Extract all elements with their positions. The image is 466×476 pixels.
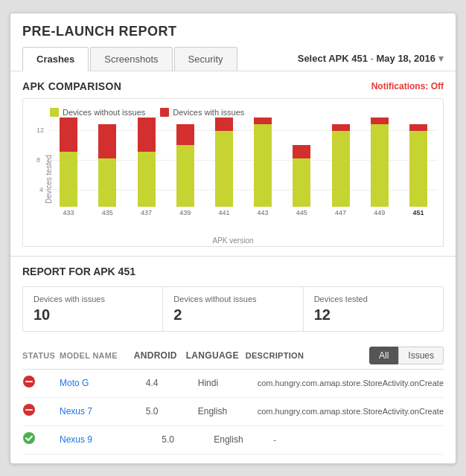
- bar-label: 445: [296, 209, 307, 216]
- tabs-row: Crashes Screenshots Security Select APK …: [10, 47, 456, 71]
- tab-crashes[interactable]: Crashes: [22, 47, 89, 71]
- stacked-bar: [138, 118, 156, 207]
- table-body: Moto G4.4Hindicom.hungry.com.amap.store.…: [22, 370, 444, 454]
- notifications-label: Notifications:: [371, 81, 429, 91]
- metric-issues-value: 10: [33, 306, 152, 324]
- bar-segment-no-issues: [332, 131, 350, 207]
- android-version: 5.0: [146, 406, 198, 416]
- bar-group: 439: [167, 124, 204, 216]
- language: Hindi: [198, 378, 258, 388]
- bar-segment-issues: [60, 118, 77, 152]
- description: -: [273, 435, 444, 444]
- bar-label: 447: [335, 209, 346, 216]
- bar-segment-no-issues: [371, 124, 389, 207]
- bar-group: 449: [361, 118, 398, 216]
- col-header-model: MODEL NAME: [60, 351, 134, 360]
- svg-rect-1: [25, 381, 33, 382]
- y-tick-4: 4: [39, 187, 43, 193]
- chart-legend: Devices without issues Devices with issu…: [50, 108, 437, 117]
- filter-issues-button[interactable]: Issues: [398, 347, 444, 364]
- stacked-bar: [98, 124, 116, 207]
- filter-buttons: All Issues: [369, 347, 444, 364]
- bar-label: 443: [258, 209, 269, 216]
- bar-group: 445: [283, 145, 320, 216]
- bar-label: 433: [63, 209, 74, 216]
- notifications-status: Notifications: Off: [371, 81, 444, 91]
- bar-segment-issues: [176, 124, 194, 145]
- legend-no-issues: Devices without issues: [50, 108, 145, 117]
- bar-segment-no-issues: [176, 145, 194, 207]
- bar-group: 451: [400, 124, 437, 216]
- main-card: PRE-LAUNCH REPORT Crashes Screenshots Se…: [10, 13, 456, 464]
- svg-point-4: [23, 432, 35, 444]
- language: English: [214, 434, 273, 445]
- table-row: Moto G4.4Hindicom.hungry.com.amap.store.…: [22, 370, 444, 398]
- apk-comparison-section: APK COMPARISON Notifications: Off Device…: [10, 71, 456, 256]
- bar-label: 441: [218, 209, 229, 216]
- bar-segment-no-issues: [215, 131, 233, 207]
- table-header: STATUS MODEL NAME ANDROID LANGUAGE DESCR…: [22, 342, 444, 370]
- model-name[interactable]: Nexus 9: [60, 434, 162, 445]
- bar-group: 435: [89, 124, 126, 216]
- metric-tested-label: Devices tested: [314, 295, 433, 303]
- col-header-desc: DESCRIPTION: [246, 351, 369, 360]
- bar-segment-no-issues: [138, 152, 156, 207]
- legend-label-no-issues: Devices without issues: [63, 108, 145, 117]
- status-icon: [22, 431, 60, 448]
- table-row: Nexus 75.0Englishcom.hungry.com.amap.sto…: [22, 398, 444, 426]
- stacked-bar: [293, 145, 310, 207]
- bar-segment-no-issues: [254, 124, 272, 207]
- status-icon: [22, 375, 60, 392]
- legend-label-with-issues: Devices with issues: [173, 108, 244, 117]
- report-section: REPORT FOR APK 451 Devices with issues 1…: [10, 257, 456, 463]
- metric-tested: Devices tested 12: [304, 287, 443, 331]
- stacked-bar: [332, 124, 350, 207]
- bar-segment-issues: [409, 124, 427, 131]
- bar-segment-issues: [254, 118, 272, 124]
- metric-no-issues-value: 2: [173, 306, 292, 324]
- chevron-down-icon: ▾: [438, 53, 444, 64]
- apk-selector[interactable]: Select APK 451 - May 18, 2016▾: [298, 53, 444, 64]
- bar-label: 439: [179, 209, 191, 216]
- bar-label: 451: [412, 209, 424, 216]
- section-header: APK COMPARISON Notifications: Off: [22, 80, 444, 92]
- report-title: REPORT FOR APK 451: [22, 266, 444, 277]
- metric-issues-label: Devices with issues: [33, 295, 152, 303]
- bar-segment-no-issues: [409, 131, 427, 207]
- bar-segment-issues: [293, 145, 310, 158]
- language: English: [198, 406, 258, 416]
- bar-segment-no-issues: [293, 158, 310, 207]
- y-tick-8: 8: [36, 157, 40, 164]
- filter-all-button[interactable]: All: [369, 347, 398, 364]
- apk-select-label: Select APK: [298, 53, 352, 64]
- bar-segment-issues: [371, 118, 389, 124]
- bar-chart: 433435437439441443445447449451: [50, 127, 437, 216]
- stacked-bar: [215, 118, 233, 207]
- apk-select-value: 451: [351, 53, 368, 64]
- bar-group: 443: [244, 118, 281, 216]
- bar-segment-issues: [215, 118, 233, 131]
- description: com.hungry.com.amap.store.StoreActivity.…: [258, 407, 444, 416]
- col-header-status: STATUS: [22, 351, 60, 360]
- bar-label: 449: [374, 209, 385, 216]
- col-header-android: ANDROID: [134, 350, 186, 361]
- chart-area: Devices without issues Devices with issu…: [22, 98, 444, 247]
- tabs-container: Crashes Screenshots Security: [22, 47, 239, 71]
- metric-tested-value: 12: [314, 306, 433, 324]
- bar-label: 435: [102, 209, 113, 216]
- stacked-bar: [409, 124, 427, 207]
- notifications-value: Off: [431, 81, 444, 91]
- tab-screenshots[interactable]: Screenshots: [90, 47, 172, 71]
- table-row: Nexus 95.0English-: [22, 426, 444, 454]
- bar-segment-issues: [332, 124, 350, 131]
- legend-dot-no-issues: [50, 108, 59, 117]
- metric-no-issues-label: Devices without issues: [173, 295, 292, 303]
- tab-security[interactable]: Security: [174, 47, 237, 71]
- android-version: 5.0: [162, 434, 214, 445]
- model-name[interactable]: Moto G: [60, 378, 146, 388]
- legend-dot-with-issues: [160, 108, 169, 117]
- stacked-bar: [371, 118, 389, 207]
- col-header-language: LANGUAGE: [186, 350, 246, 361]
- bar-label: 437: [141, 209, 152, 216]
- model-name[interactable]: Nexus 7: [60, 406, 146, 416]
